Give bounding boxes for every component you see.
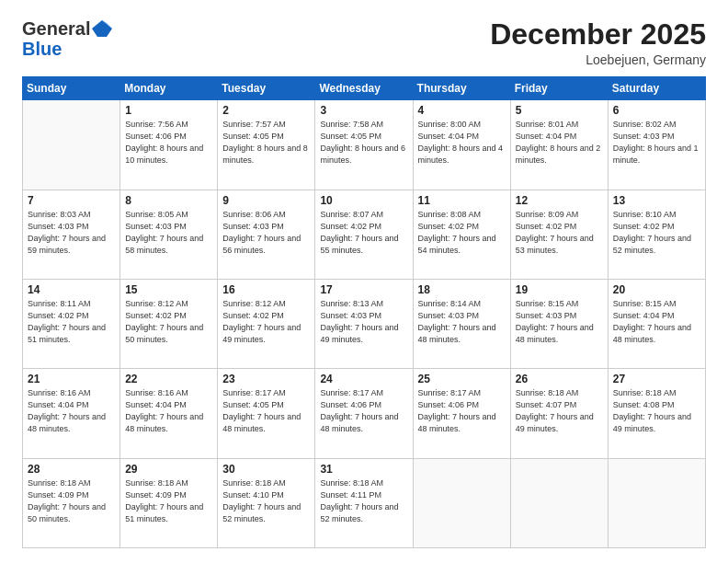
day-number: 11 <box>418 194 506 207</box>
day-info: Sunrise: 8:12 AMSunset: 4:02 PMDaylight:… <box>125 298 212 346</box>
table-row: 20Sunrise: 8:15 AMSunset: 4:04 PMDayligh… <box>608 279 705 368</box>
day-number: 20 <box>613 283 700 296</box>
day-number: 15 <box>125 283 212 296</box>
day-info: Sunrise: 8:05 AMSunset: 4:03 PMDaylight:… <box>125 209 212 257</box>
day-number: 9 <box>222 194 310 207</box>
col-thursday: Thursday <box>413 77 510 100</box>
logo: General Blue <box>22 18 112 60</box>
month-title: December 2025 <box>490 18 706 51</box>
calendar-week-row: 28Sunrise: 8:18 AMSunset: 4:09 PMDayligh… <box>23 458 706 547</box>
table-row <box>510 458 608 547</box>
day-number: 25 <box>418 373 506 385</box>
day-number: 16 <box>222 283 310 296</box>
table-row: 3Sunrise: 7:58 AMSunset: 4:05 PMDaylight… <box>315 100 413 190</box>
day-info: Sunrise: 8:17 AMSunset: 4:06 PMDaylight:… <box>320 387 407 435</box>
table-row: 17Sunrise: 8:13 AMSunset: 4:03 PMDayligh… <box>315 279 413 368</box>
table-row: 31Sunrise: 8:18 AMSunset: 4:11 PMDayligh… <box>315 458 413 547</box>
day-info: Sunrise: 8:15 AMSunset: 4:04 PMDaylight:… <box>613 298 700 346</box>
col-friday: Friday <box>510 77 608 100</box>
day-info: Sunrise: 8:15 AMSunset: 4:03 PMDaylight:… <box>516 298 603 346</box>
svg-marker-0 <box>92 20 112 37</box>
table-row: 21Sunrise: 8:16 AMSunset: 4:04 PMDayligh… <box>23 369 120 458</box>
table-row: 30Sunrise: 8:18 AMSunset: 4:10 PMDayligh… <box>218 458 315 547</box>
day-info: Sunrise: 8:07 AMSunset: 4:02 PMDaylight:… <box>320 209 407 257</box>
day-info: Sunrise: 8:10 AMSunset: 4:02 PMDaylight:… <box>613 209 700 257</box>
day-info: Sunrise: 8:14 AMSunset: 4:03 PMDaylight:… <box>418 298 506 346</box>
day-number: 12 <box>516 194 603 207</box>
day-number: 17 <box>320 283 407 296</box>
col-monday: Monday <box>120 77 218 100</box>
day-number: 14 <box>28 283 115 296</box>
day-number: 27 <box>613 373 700 385</box>
day-number: 22 <box>125 373 212 385</box>
day-number: 7 <box>28 194 115 207</box>
table-row: 15Sunrise: 8:12 AMSunset: 4:02 PMDayligh… <box>120 279 218 368</box>
day-info: Sunrise: 8:18 AMSunset: 4:10 PMDaylight:… <box>222 477 310 525</box>
table-row: 12Sunrise: 8:09 AMSunset: 4:02 PMDayligh… <box>510 190 608 279</box>
day-info: Sunrise: 8:18 AMSunset: 4:09 PMDaylight:… <box>28 477 115 525</box>
day-number: 10 <box>320 194 407 207</box>
table-row: 11Sunrise: 8:08 AMSunset: 4:02 PMDayligh… <box>413 190 510 279</box>
col-saturday: Saturday <box>608 77 705 100</box>
table-row: 6Sunrise: 8:02 AMSunset: 4:03 PMDaylight… <box>608 100 705 190</box>
page: General Blue December 2025 Loebejuen, Ge… <box>0 0 728 563</box>
header: General Blue December 2025 Loebejuen, Ge… <box>22 18 706 67</box>
location: Loebejuen, Germany <box>490 52 706 67</box>
table-row <box>413 458 510 547</box>
day-info: Sunrise: 8:11 AMSunset: 4:02 PMDaylight:… <box>28 298 115 346</box>
day-number: 28 <box>28 463 115 476</box>
day-info: Sunrise: 8:17 AMSunset: 4:05 PMDaylight:… <box>222 387 310 435</box>
table-row: 27Sunrise: 8:18 AMSunset: 4:08 PMDayligh… <box>608 369 705 458</box>
table-row: 9Sunrise: 8:06 AMSunset: 4:03 PMDaylight… <box>218 190 315 279</box>
day-info: Sunrise: 7:57 AMSunset: 4:05 PMDaylight:… <box>222 119 310 167</box>
day-number: 19 <box>516 283 603 296</box>
day-info: Sunrise: 7:58 AMSunset: 4:05 PMDaylight:… <box>320 119 407 167</box>
calendar-week-row: 7Sunrise: 8:03 AMSunset: 4:03 PMDaylight… <box>23 190 706 279</box>
day-number: 30 <box>222 463 310 476</box>
table-row: 14Sunrise: 8:11 AMSunset: 4:02 PMDayligh… <box>23 279 120 368</box>
table-row: 26Sunrise: 8:18 AMSunset: 4:07 PMDayligh… <box>510 369 608 458</box>
table-row: 8Sunrise: 8:05 AMSunset: 4:03 PMDaylight… <box>120 190 218 279</box>
col-sunday: Sunday <box>23 77 120 100</box>
day-number: 5 <box>516 104 603 117</box>
day-info: Sunrise: 8:18 AMSunset: 4:11 PMDaylight:… <box>320 477 407 525</box>
table-row: 13Sunrise: 8:10 AMSunset: 4:02 PMDayligh… <box>608 190 705 279</box>
calendar-header-row: Sunday Monday Tuesday Wednesday Thursday… <box>23 77 706 100</box>
day-info: Sunrise: 7:56 AMSunset: 4:06 PMDaylight:… <box>125 119 212 167</box>
logo-blue-text: Blue <box>22 39 62 60</box>
day-info: Sunrise: 8:03 AMSunset: 4:03 PMDaylight:… <box>28 209 115 257</box>
table-row: 18Sunrise: 8:14 AMSunset: 4:03 PMDayligh… <box>413 279 510 368</box>
day-info: Sunrise: 8:02 AMSunset: 4:03 PMDaylight:… <box>613 119 700 167</box>
day-info: Sunrise: 8:08 AMSunset: 4:02 PMDaylight:… <box>418 209 506 257</box>
day-info: Sunrise: 8:09 AMSunset: 4:02 PMDaylight:… <box>516 209 603 257</box>
col-tuesday: Tuesday <box>218 77 315 100</box>
table-row: 25Sunrise: 8:17 AMSunset: 4:06 PMDayligh… <box>413 369 510 458</box>
calendar-week-row: 21Sunrise: 8:16 AMSunset: 4:04 PMDayligh… <box>23 369 706 458</box>
table-row: 10Sunrise: 8:07 AMSunset: 4:02 PMDayligh… <box>315 190 413 279</box>
table-row <box>23 100 120 190</box>
table-row <box>608 458 705 547</box>
day-number: 18 <box>418 283 506 296</box>
day-info: Sunrise: 8:16 AMSunset: 4:04 PMDaylight:… <box>28 387 115 435</box>
day-number: 3 <box>320 104 407 117</box>
day-number: 23 <box>222 373 310 385</box>
table-row: 23Sunrise: 8:17 AMSunset: 4:05 PMDayligh… <box>218 369 315 458</box>
table-row: 28Sunrise: 8:18 AMSunset: 4:09 PMDayligh… <box>23 458 120 547</box>
day-number: 1 <box>125 104 212 117</box>
table-row: 22Sunrise: 8:16 AMSunset: 4:04 PMDayligh… <box>120 369 218 458</box>
day-info: Sunrise: 8:13 AMSunset: 4:03 PMDaylight:… <box>320 298 407 346</box>
day-info: Sunrise: 8:18 AMSunset: 4:09 PMDaylight:… <box>125 477 212 525</box>
day-number: 31 <box>320 463 407 476</box>
table-row: 24Sunrise: 8:17 AMSunset: 4:06 PMDayligh… <box>315 369 413 458</box>
day-info: Sunrise: 8:00 AMSunset: 4:04 PMDaylight:… <box>418 119 506 167</box>
day-number: 13 <box>613 194 700 207</box>
logo-general-text: General <box>22 19 90 38</box>
day-info: Sunrise: 8:17 AMSunset: 4:06 PMDaylight:… <box>418 387 506 435</box>
table-row: 19Sunrise: 8:15 AMSunset: 4:03 PMDayligh… <box>510 279 608 368</box>
day-number: 4 <box>418 104 506 117</box>
day-info: Sunrise: 8:18 AMSunset: 4:07 PMDaylight:… <box>516 387 603 435</box>
col-wednesday: Wednesday <box>315 77 413 100</box>
calendar-week-row: 14Sunrise: 8:11 AMSunset: 4:02 PMDayligh… <box>23 279 706 368</box>
day-number: 8 <box>125 194 212 207</box>
calendar-table: Sunday Monday Tuesday Wednesday Thursday… <box>22 76 706 548</box>
